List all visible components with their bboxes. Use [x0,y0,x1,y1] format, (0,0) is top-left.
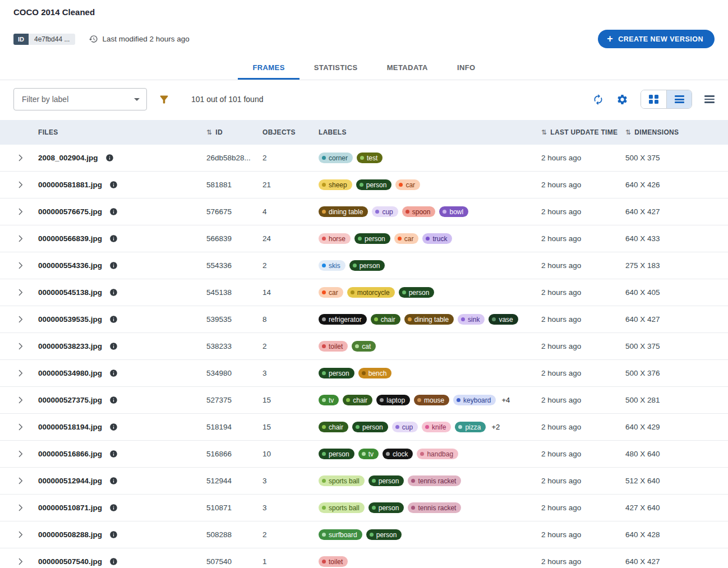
table-row[interactable]: 000000510871.jpg 510871 3 sports ballper… [0,495,728,521]
label-chip[interactable]: sheep [319,179,352,190]
file-name[interactable]: 2008_002904.jpg [38,154,98,162]
label-chip[interactable]: person [352,422,388,432]
label-chip[interactable]: person [319,449,354,459]
file-name[interactable]: 000000538233.jpg [38,342,102,350]
column-labels[interactable]: LABELS [319,128,541,136]
more-labels-count[interactable]: +2 [491,423,500,431]
expand-chevron-icon[interactable] [16,288,25,297]
expand-chevron-icon[interactable] [16,261,25,270]
label-chip[interactable]: person [354,233,390,244]
label-chip[interactable]: dining table [319,206,368,217]
label-chip[interactable]: chair [343,395,372,405]
table-row[interactable]: 000000539535.jpg 539535 8 refrigeratorch… [0,306,728,333]
file-name[interactable]: 000000545138.jpg [38,288,102,297]
info-icon[interactable] [109,396,118,404]
expand-chevron-icon[interactable] [16,207,25,216]
info-icon[interactable] [109,369,118,377]
table-row[interactable]: 000000518194.jpg 518194 15 chairpersoncu… [0,414,728,441]
info-icon[interactable] [109,423,118,431]
table-row[interactable]: 2008_002904.jpg 26db58b28... 2 cornertes… [0,145,728,172]
expand-chevron-icon[interactable] [16,422,25,432]
label-chip[interactable]: car [319,287,343,298]
expand-chevron-icon[interactable] [16,395,25,405]
column-last-update-time[interactable]: ⇅ LAST UPDATE TIME [541,128,625,136]
more-labels-count[interactable]: +4 [501,396,510,404]
file-name[interactable]: 000000507540.jpg [38,557,102,566]
file-name[interactable]: 000000581881.jpg [38,181,102,189]
label-chip[interactable]: sports ball [319,475,365,486]
settings-gear-button[interactable] [616,94,628,105]
label-chip[interactable]: chair [371,314,400,325]
expand-chevron-icon[interactable] [16,503,25,512]
info-icon[interactable] [109,234,118,243]
info-icon[interactable] [109,288,118,297]
menu-button[interactable] [704,94,715,105]
info-icon[interactable] [109,530,118,539]
label-chip[interactable]: person [356,179,392,190]
info-icon[interactable] [109,181,118,189]
label-chip[interactable]: person [349,260,385,271]
info-icon[interactable] [109,207,118,216]
label-chip[interactable]: car [394,233,419,244]
label-chip[interactable]: cat [352,341,376,352]
file-name[interactable]: 000000554336.jpg [38,261,102,270]
expand-chevron-icon[interactable] [16,180,25,190]
table-row[interactable]: 000000566839.jpg 566839 24 horsepersonca… [0,225,728,252]
filter-by-label-select[interactable]: Filter by label [13,88,147,110]
file-name[interactable]: 000000534980.jpg [38,369,102,377]
file-name[interactable]: 000000508288.jpg [38,530,102,539]
label-chip[interactable]: refrigerator [319,314,367,325]
file-name[interactable]: 000000576675.jpg [38,207,102,216]
label-chip[interactable]: test [357,153,383,163]
table-row[interactable]: 000000507540.jpg 507540 1 toilet 2 hours… [0,548,728,568]
table-row[interactable]: 000000512944.jpg 512944 3 sports ballper… [0,468,728,495]
refresh-button[interactable] [592,94,604,105]
label-chip[interactable]: tennis racket [408,502,461,513]
table-row[interactable]: 000000538233.jpg 538233 2 toiletcat 2 ho… [0,333,728,360]
file-name[interactable]: 000000518194.jpg [38,423,102,431]
label-chip[interactable]: tv [319,395,339,405]
label-chip[interactable]: person [399,287,435,298]
label-chip[interactable]: mouse [414,395,449,405]
file-name[interactable]: 000000510871.jpg [38,504,102,512]
table-row[interactable]: 000000508288.jpg 508288 2 surfboardperso… [0,521,728,548]
tab-info[interactable]: INFO [443,56,490,80]
label-chip[interactable]: sink [458,314,485,325]
table-row[interactable]: 000000527375.jpg 527375 15 tvchairlaptop… [0,387,728,414]
column-id[interactable]: ⇅ ID [206,128,262,136]
table-row[interactable]: 000000581881.jpg 581881 21 sheeppersonca… [0,172,728,198]
label-chip[interactable]: tennis racket [408,475,461,486]
label-chip[interactable]: spoon [402,206,436,217]
file-name[interactable]: 000000539535.jpg [38,315,102,324]
label-chip[interactable]: car [395,179,420,190]
expand-chevron-icon[interactable] [16,153,25,163]
column-objects[interactable]: OBJECTS [262,128,319,136]
create-new-version-button[interactable]: + CREATE NEW VERSION [598,30,715,48]
label-chip[interactable]: cup [372,206,398,217]
info-icon[interactable] [109,261,118,270]
column-dimensions[interactable]: ⇅ DIMENSIONS [625,128,728,136]
label-chip[interactable]: cup [392,422,418,432]
label-chip[interactable]: toilet [319,341,348,352]
table-row[interactable]: 000000554336.jpg 554336 2 skisperson 2 h… [0,252,728,279]
info-icon[interactable] [105,154,114,162]
label-chip[interactable]: chair [319,422,348,432]
label-chip[interactable]: person [368,502,404,513]
file-name[interactable]: 000000516866.jpg [38,450,102,458]
label-chip[interactable]: bowl [439,206,468,217]
file-name[interactable]: 000000512944.jpg [38,477,102,485]
tab-statistics[interactable]: STATISTICS [300,56,372,80]
label-chip[interactable]: dining table [404,314,454,325]
dataset-id-badge[interactable]: ID 4e7fbd44 ... [13,34,75,45]
label-chip[interactable]: person [366,529,402,540]
label-chip[interactable]: pizza [455,422,486,432]
expand-chevron-icon[interactable] [16,368,25,378]
label-chip[interactable]: person [319,368,354,378]
table-row[interactable]: 000000516866.jpg 516866 10 persontvclock… [0,441,728,468]
expand-chevron-icon[interactable] [16,530,25,539]
info-icon[interactable] [109,315,118,324]
tab-frames[interactable]: FRAMES [238,56,299,80]
label-chip[interactable]: corner [319,153,353,163]
label-chip[interactable]: sports ball [319,502,365,513]
label-chip[interactable]: clock [383,449,413,459]
